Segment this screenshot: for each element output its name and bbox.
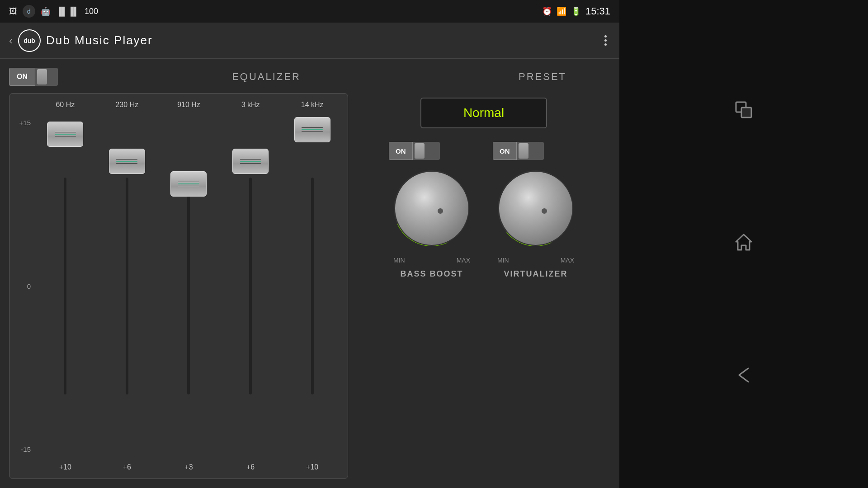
bass-boost-min-label: MIN <box>393 257 405 264</box>
slider-handle-230hz[interactable] <box>109 149 145 174</box>
signal-icon: 📶 <box>557 6 566 16</box>
bass-boost-knob[interactable] <box>394 171 469 246</box>
eq-panel: +15 0 -15 60 Hz <box>9 93 348 479</box>
slider-container-14khz[interactable] <box>311 113 314 460</box>
app-logo: dub <box>18 29 41 52</box>
home-button[interactable] <box>732 231 755 257</box>
virtualizer-max-label: MAX <box>561 257 574 264</box>
recent-apps-button[interactable] <box>732 99 755 124</box>
slider-track-230hz <box>126 178 128 394</box>
slider-green-line <box>55 134 76 135</box>
status-bar: 🖼 d 🤖 ▐▌▐▌ 100 ⏰ 📶 🔋 15:31 <box>0 0 619 23</box>
preset-title: PRESET <box>475 71 610 83</box>
eq-bands: +15 0 -15 60 Hz <box>14 101 343 471</box>
virtualizer-toggle-knob <box>519 143 528 159</box>
slider-line-dark2 <box>55 136 76 136</box>
battery-percent-icon: 100 <box>85 7 98 16</box>
eq-header: ON EQUALIZER PRESET <box>9 68 610 86</box>
scale-mid: 0 <box>14 282 31 290</box>
bass-boost-knob-wrapper[interactable] <box>389 165 475 251</box>
virtualizer-knob-wrapper[interactable] <box>493 165 579 251</box>
slider-track-14khz <box>311 178 314 394</box>
virtualizer-control: ON <box>493 142 579 279</box>
menu-button[interactable] <box>601 32 610 49</box>
slider-green-line <box>178 183 199 184</box>
menu-dot-1 <box>604 35 607 38</box>
eq-band-60hz: 60 Hz +10 <box>34 101 96 471</box>
slider-track-910hz <box>187 178 190 394</box>
slider-line-dark2 <box>302 131 323 132</box>
eq-on-toggle[interactable]: ON <box>9 68 58 86</box>
slider-container-60hz[interactable] <box>64 113 66 460</box>
slider-handle-3khz[interactable] <box>232 149 269 174</box>
virtualizer-toggle-slider <box>517 142 544 160</box>
slider-track-3khz <box>249 178 252 394</box>
svg-rect-5 <box>741 108 751 117</box>
band-freq-60hz: 60 Hz <box>56 101 75 109</box>
band-freq-910hz: 910 Hz <box>177 101 200 109</box>
home-icon <box>732 231 755 253</box>
status-icons-right: ⏰ 📶 🔋 15:31 <box>542 5 610 17</box>
slider-line-dark <box>302 127 323 128</box>
virtualizer-name: VIRTUALIZER <box>504 269 568 279</box>
band-value-14khz: +10 <box>306 463 318 471</box>
photo-icon: 🖼 <box>9 7 17 16</box>
slider-container-910hz[interactable] <box>187 113 190 460</box>
slider-container-3khz[interactable] <box>249 113 252 460</box>
slider-handle-910hz[interactable] <box>170 171 207 197</box>
eq-toggle-knob <box>37 69 47 84</box>
eq-scale: +15 0 -15 <box>14 101 34 471</box>
recent-apps-icon <box>732 99 755 121</box>
eq-band-910hz: 910 Hz +3 <box>158 101 220 471</box>
eq-band-3khz: 3 kHz +6 <box>220 101 282 471</box>
eq-title: EQUALIZER <box>67 71 466 83</box>
back-icon <box>732 364 755 386</box>
battery-icon: 🔋 <box>571 6 581 16</box>
top-bar-left: ‹ dub Dub Music Player <box>9 29 153 52</box>
svg-marker-6 <box>736 235 751 250</box>
slider-green-line <box>116 161 137 162</box>
slider-handle-60hz[interactable] <box>47 122 83 147</box>
bass-boost-control: ON <box>389 142 475 279</box>
back-button-nav[interactable] <box>732 364 755 389</box>
band-freq-3khz: 3 kHz <box>241 101 260 109</box>
eq-toggle-slider <box>35 68 58 86</box>
virtualizer-toggle[interactable]: ON <box>493 142 544 160</box>
slider-green-line <box>302 129 323 130</box>
eq-bands-inner: 60 Hz +10 <box>34 101 343 471</box>
virtualizer-knob[interactable] <box>498 171 573 246</box>
slider-line-dark <box>116 159 137 160</box>
bass-boost-knob-dot <box>438 208 443 214</box>
slider-track-60hz <box>64 178 66 394</box>
scale-bot: -15 <box>14 446 31 453</box>
main-content: ON EQUALIZER PRESET +15 0 -15 <box>0 59 619 488</box>
slider-line-dark2 <box>240 163 261 164</box>
virtualizer-knob-dot <box>542 208 547 214</box>
back-button[interactable]: ‹ <box>9 34 13 47</box>
bass-boost-toggle[interactable]: ON <box>389 142 440 160</box>
bass-boost-max-label: MAX <box>457 257 470 264</box>
slider-container-230hz[interactable] <box>126 113 128 460</box>
slider-line-dark2 <box>116 163 137 164</box>
eq-band-14khz: 14 kHz +10 <box>281 101 343 471</box>
virtualizer-labels: MIN MAX <box>493 257 579 264</box>
eq-on-label: ON <box>9 68 35 86</box>
slider-handle-14khz[interactable] <box>294 117 330 142</box>
right-panel: Normal ON <box>357 93 610 479</box>
eq-band-230hz: 230 Hz +6 <box>96 101 158 471</box>
slider-line-dark <box>55 132 76 132</box>
bass-boost-name: BASS BOOST <box>400 269 463 279</box>
menu-dot-2 <box>604 39 607 42</box>
top-bar: ‹ dub Dub Music Player <box>0 23 619 59</box>
menu-dot-3 <box>604 43 607 46</box>
status-time: 15:31 <box>585 5 610 17</box>
bass-boost-toggle-slider <box>413 142 440 160</box>
band-freq-14khz: 14 kHz <box>301 101 324 109</box>
android-nav-sidebar <box>619 0 868 488</box>
virtualizer-min-label: MIN <box>497 257 509 264</box>
barcode-icon: ▐▌▐▌ <box>56 7 79 16</box>
band-value-910hz: +3 <box>184 463 193 471</box>
status-icons-left: 🖼 d 🤖 ▐▌▐▌ 100 <box>9 5 98 18</box>
virtualizer-on-label: ON <box>493 142 517 160</box>
preset-button[interactable]: Normal <box>420 98 547 128</box>
